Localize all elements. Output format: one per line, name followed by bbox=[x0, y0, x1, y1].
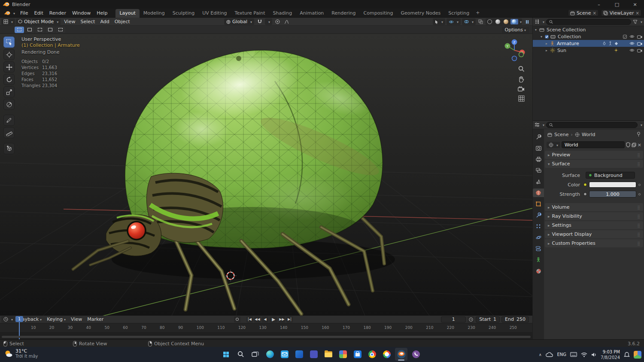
annotate-tool[interactable] bbox=[3, 115, 15, 126]
viewport-3d[interactable]: User Perspective (1) Collection | Armatu… bbox=[0, 34, 532, 316]
panel-custom-properties[interactable]: ▸ Custom Properties ⣿ bbox=[545, 239, 643, 247]
disclosure-icon[interactable]: ▾ bbox=[541, 35, 545, 39]
viewport-menu-item[interactable]: Add bbox=[97, 19, 112, 24]
panel-grip-icon[interactable]: ⣿ bbox=[637, 205, 640, 210]
camera-view-icon[interactable] bbox=[518, 86, 525, 91]
outliner-editor-icon[interactable] bbox=[535, 19, 540, 24]
render-visibility-camera-icon[interactable] bbox=[637, 42, 642, 46]
overlays-dropdown[interactable] bbox=[462, 18, 476, 25]
shading-rendered-button[interactable] bbox=[510, 19, 518, 24]
panel-surface[interactable]: ▾ Surface ⣿ bbox=[545, 160, 643, 168]
menu-item[interactable]: Window bbox=[69, 10, 94, 16]
play-reverse-button[interactable]: ◀ bbox=[262, 316, 268, 322]
render-visibility-camera-icon[interactable] bbox=[637, 35, 642, 39]
viewport-menu-item[interactable]: Object bbox=[112, 19, 133, 24]
weather-widget[interactable]: 31°C Trời ít mây bbox=[3, 348, 38, 359]
unlink-icon[interactable]: × bbox=[636, 11, 639, 15]
outliner-search-input[interactable] bbox=[555, 19, 628, 24]
breadcrumb-world[interactable]: World bbox=[582, 132, 595, 137]
shading-options-dropdown[interactable] bbox=[519, 19, 522, 24]
physics-tab[interactable] bbox=[533, 233, 544, 242]
next-keyframe-button[interactable]: ▶▶ bbox=[279, 316, 285, 322]
marker-menu[interactable]: Marker bbox=[85, 316, 106, 322]
jump-to-start-button[interactable]: |◀ bbox=[246, 316, 253, 322]
panel-grip-icon[interactable]: ⣿ bbox=[637, 241, 640, 246]
language-indicator[interactable]: ENG bbox=[557, 352, 567, 357]
mode-dropdown[interactable]: Object Mode bbox=[16, 18, 61, 25]
add-cube-tool[interactable] bbox=[3, 143, 15, 154]
fake-user-shield-icon[interactable] bbox=[626, 142, 630, 147]
panel-grip-icon[interactable]: ⣿ bbox=[637, 153, 640, 157]
panel-viewport-display[interactable]: ▸ Viewport Display ⣿ bbox=[545, 230, 643, 238]
panel-volume[interactable]: ▸ Volume ⣿ bbox=[545, 203, 643, 211]
falloff-dropdown[interactable] bbox=[283, 18, 290, 25]
view-menu[interactable]: View bbox=[68, 316, 85, 322]
photos-icon[interactable] bbox=[337, 348, 349, 361]
mail-icon[interactable] bbox=[278, 348, 291, 361]
pin-icon[interactable] bbox=[637, 132, 641, 137]
view-layer-selector[interactable]: ViewLayer × bbox=[601, 9, 641, 16]
outliner-row-collection[interactable]: ▾ Collection bbox=[533, 33, 644, 40]
clock-widget[interactable]: 9:03 PM 7/8/2024 bbox=[601, 349, 620, 360]
surface-shader-button[interactable]: Background bbox=[586, 172, 635, 179]
properties-editor-icon[interactable] bbox=[535, 122, 540, 127]
panel-grip-icon[interactable]: ⣿ bbox=[637, 232, 640, 237]
google-icon[interactable] bbox=[380, 348, 393, 361]
timeline-scrollbar[interactable] bbox=[2, 336, 531, 338]
edge-icon[interactable] bbox=[264, 348, 276, 361]
editor-type-button[interactable] bbox=[1, 18, 15, 25]
panel-grip-icon[interactable]: ⣿ bbox=[637, 214, 640, 219]
chrome-icon[interactable] bbox=[366, 348, 378, 361]
hide-eye-icon[interactable] bbox=[629, 49, 635, 52]
workspace-tab[interactable]: Compositing bbox=[360, 9, 397, 18]
rotate-tool[interactable] bbox=[3, 74, 15, 85]
menu-item[interactable]: Help bbox=[94, 10, 110, 16]
touch-keyboard-icon[interactable] bbox=[570, 352, 577, 357]
start-button[interactable] bbox=[220, 348, 232, 361]
taskbar-search-button[interactable] bbox=[234, 348, 247, 361]
panel-grip-icon[interactable]: ⣿ bbox=[637, 223, 640, 228]
color-swatch[interactable] bbox=[589, 182, 636, 188]
panel-grip-icon[interactable]: ⣿ bbox=[637, 162, 640, 166]
modifiers-tab[interactable] bbox=[533, 211, 544, 219]
keying-menu[interactable]: Keying bbox=[44, 316, 68, 322]
workspace-tab[interactable]: Animation bbox=[296, 9, 328, 18]
new-copy-icon[interactable] bbox=[632, 143, 636, 147]
teams-icon[interactable] bbox=[307, 348, 320, 361]
workspace-tab[interactable]: Modeling bbox=[140, 9, 169, 18]
volume-icon[interactable] bbox=[591, 352, 597, 357]
animate-dot-icon[interactable] bbox=[638, 193, 641, 195]
object-tab[interactable] bbox=[533, 200, 544, 208]
strength-slider[interactable]: 1.000 bbox=[589, 191, 636, 198]
cursor-tool[interactable] bbox=[3, 49, 15, 60]
checkbox-icon[interactable] bbox=[545, 35, 549, 39]
select-mode-invert-button[interactable] bbox=[46, 27, 55, 33]
viewport-menu-item[interactable]: Select bbox=[78, 19, 97, 24]
material-tab[interactable] bbox=[533, 267, 544, 275]
workspace-tab[interactable]: Geometry Nodes bbox=[397, 9, 444, 18]
menu-item[interactable]: Render bbox=[46, 10, 69, 16]
pan-hand-icon[interactable] bbox=[518, 76, 524, 82]
menu-item[interactable]: Edit bbox=[31, 10, 46, 16]
panel-settings[interactable]: ▸ Settings ⣿ bbox=[545, 221, 643, 229]
selectability-dropdown[interactable] bbox=[433, 18, 445, 25]
properties-search-input[interactable] bbox=[555, 122, 635, 127]
disclosure-icon[interactable]: ▸ bbox=[546, 49, 550, 52]
workspace-tab[interactable]: Shading bbox=[269, 9, 296, 18]
tray-chevron-up-icon[interactable]: ∧ bbox=[539, 353, 542, 357]
workspace-tab[interactable]: Rendering bbox=[328, 9, 359, 18]
timeline-ruler[interactable]: 1020304050607080901001101201301401501601… bbox=[0, 323, 532, 333]
outliner-search[interactable] bbox=[546, 19, 631, 25]
jump-to-end-button[interactable]: ▶| bbox=[286, 316, 293, 322]
object-data-tab[interactable] bbox=[533, 256, 544, 264]
select-mode-subtract-button[interactable] bbox=[35, 27, 45, 33]
notification-bell-icon[interactable] bbox=[624, 352, 630, 358]
word-icon[interactable] bbox=[293, 348, 305, 361]
snap-target-dropdown[interactable] bbox=[265, 18, 272, 25]
disclosure-icon[interactable]: ▸ bbox=[546, 42, 550, 46]
options-button[interactable]: Options bbox=[502, 27, 529, 33]
properties-search[interactable] bbox=[546, 122, 638, 128]
render-visibility-camera-icon[interactable] bbox=[637, 49, 642, 52]
world-tab[interactable] bbox=[533, 189, 544, 197]
scene-selector[interactable]: Scene × bbox=[568, 9, 598, 16]
